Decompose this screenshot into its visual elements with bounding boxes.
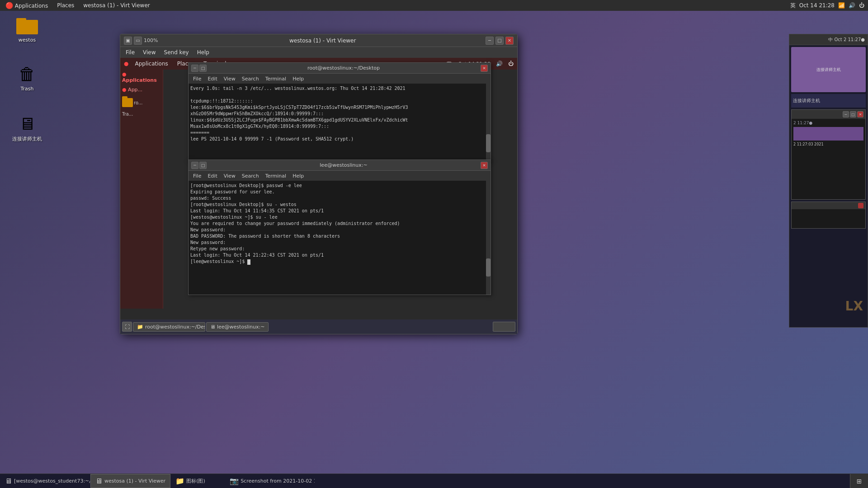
vm-trash-area: Tra...: [120, 110, 163, 118]
terminal-lee-controls-right: ✕: [481, 162, 488, 169]
close-button[interactable]: ✕: [505, 37, 514, 45]
term-line-1: Every 1.0s: tail -n 3 /etc/... westoslin…: [190, 85, 484, 92]
menu-help[interactable]: Help: [193, 48, 213, 56]
scrollbar-thumb-2: [486, 258, 491, 277]
right-nested-content: 2 11:27● 2 11:27:03 2021: [792, 119, 865, 148]
terminal-lee-minimize[interactable]: ─: [191, 162, 198, 169]
term2-menu-search[interactable]: Search: [239, 172, 262, 180]
icon-label-trash: Trash: [20, 86, 33, 92]
vm-task-lee-label: lee@westoslinux:~: [217, 324, 264, 330]
term2-line-2: Expiring password for user lee.: [190, 189, 484, 195]
right-nested-controls: ─ □ ✕: [792, 110, 865, 119]
vm-applications-menu[interactable]: Applications: [132, 60, 170, 68]
terminal-lee: ─ □ lee@westoslinux:~ ✕ File Edit View S…: [188, 160, 491, 295]
taskbar-icon-2: 🖥: [95, 477, 103, 485]
term-menu-terminal[interactable]: Terminal: [263, 75, 289, 83]
vm-apps-bullet2: ●: [122, 87, 127, 93]
term2-menu-file[interactable]: File: [190, 172, 204, 180]
terminal-lee-content[interactable]: [root@westoslinux Desktop]$ passwd -e le…: [189, 181, 491, 295]
nested-maximize[interactable]: □: [850, 111, 856, 117]
westos-watermark: LX: [845, 299, 863, 314]
term-menu-file[interactable]: File: [190, 75, 204, 83]
term2-menu-view[interactable]: View: [221, 172, 238, 180]
terminal-lee-close[interactable]: ✕: [481, 162, 488, 169]
taskbar-icon-3: 📁: [175, 477, 184, 485]
terminal-lee-maximize[interactable]: □: [199, 162, 207, 169]
taskbar-item-4[interactable]: 📷 Screenshot from 2021-10-02 11-2...: [225, 474, 315, 488]
menu-file[interactable]: File: [122, 48, 138, 56]
taskbar: 🖥 [westos@westos_student73:~/Des... 🖥 we…: [0, 474, 868, 488]
term-menu-search[interactable]: Search: [239, 75, 262, 83]
desktop-icon-connect[interactable]: 🖥 连接讲师主机: [9, 113, 45, 142]
menu-sendkey[interactable]: Send key: [160, 48, 193, 56]
right-panel-controls: 连接讲师主机: [791, 94, 866, 108]
menu-view[interactable]: View: [139, 48, 159, 56]
places-menu[interactable]: Places: [53, 1, 78, 9]
wifi-icon: 📶: [838, 2, 845, 9]
vm-task-root[interactable]: 📁 root@westoslinux:~/Desktop: [133, 322, 205, 332]
term2-line-1: [root@westoslinux Desktop]$ passwd -e le…: [190, 183, 484, 189]
taskbar-right-icon: ⊞: [857, 478, 862, 485]
terminal-root-close[interactable]: ✕: [481, 65, 488, 72]
term-line-lee1: lee:$6$brVpgsNk5453gKmi$kSprtJyoLSjCS7pT…: [190, 104, 484, 111]
right-panel-vm1: 连接讲师主机: [791, 47, 866, 92]
right-panel-time: 中 Oct 2 11:27●: [828, 37, 865, 43]
terminal-root-controls-right: ✕: [481, 65, 488, 72]
term2-menu-terminal[interactable]: Terminal: [263, 172, 289, 180]
term-menu-view[interactable]: View: [221, 75, 238, 83]
term-menu-help[interactable]: Help: [290, 75, 307, 83]
applications-menu[interactable]: 🔴 Applications: [2, 1, 52, 10]
vm-task-lee[interactable]: 🖥 lee@westoslinux:~: [206, 322, 269, 332]
term-menu-edit[interactable]: Edit: [205, 75, 220, 83]
terminal-root-maximize[interactable]: □: [199, 65, 207, 72]
term-line-lee2: xhGzD05Mr9dWppмrFk5hBmZXOkccQ/:18914:0:9…: [190, 111, 484, 117]
nested-minimize[interactable]: ─: [843, 111, 849, 117]
terminal-root-scrollbar[interactable]: [486, 84, 491, 161]
right-panel: 中 Oct 2 11:27● 连接讲师主机 连接讲师主机 ─ □ ✕ 2 11:…: [789, 34, 868, 328]
vm-apps-label[interactable]: ● Applications: [120, 70, 163, 85]
folder-icon: [16, 14, 38, 36]
taskbar-item-2[interactable]: 🖥 westosa (1) - Virt Viewer: [90, 474, 170, 488]
terminal-lee-scrollbar[interactable]: [486, 181, 491, 295]
term2-menu-edit[interactable]: Edit: [205, 172, 220, 180]
maximize-button[interactable]: □: [495, 37, 504, 45]
right-small-controls: [792, 202, 865, 209]
virt-viewer-controls-left: ▣ ▭: [124, 37, 142, 45]
virt-viewer-btn-square1[interactable]: ▣: [124, 37, 132, 45]
terminal-root-menubar: File Edit View Search Terminal Help: [189, 74, 491, 84]
taskbar-right-btn[interactable]: ⊞: [850, 474, 868, 488]
topbar-left: 🔴 Applications Places westosa (1) - Virt…: [0, 1, 154, 10]
virt-viewer-btn-square2[interactable]: ▭: [134, 37, 142, 45]
topbar-right: 英 Oct 14 21:28 📶 🔊 ⏻: [790, 2, 868, 9]
vm-inner-taskbar: ⛶ 📁 root@westoslinux:~/Desktop 🖥 lee@wes…: [120, 319, 517, 334]
cursor: [247, 259, 250, 265]
language-indicator: 英: [790, 2, 796, 9]
taskbar-icon-4: 📷: [230, 477, 239, 485]
right-time-2: 2 11:27:03 2021: [793, 142, 863, 146]
terminal-lee-title: lee@westoslinux:~: [207, 162, 481, 168]
virt-viewer-title: westosa (1) - Virt Viewer: [160, 38, 486, 44]
term-line-tcpdump: tcpdump:!!:18712:::::::: [190, 98, 484, 104]
right-panel-small: [791, 202, 866, 229]
term2-line-13: [lee@westoslinux ~]$: [190, 258, 484, 265]
taskbar-item-1[interactable]: 🖥 [westos@westos_student73:~/Des...: [0, 474, 90, 488]
vm-taskbar-expand[interactable]: ⛶: [122, 322, 132, 332]
vm-apps-submenu[interactable]: ● App...: [120, 85, 163, 94]
desktop-icon-trash[interactable]: 🗑 Trash: [9, 63, 45, 92]
power-icon[interactable]: ⏻: [859, 2, 864, 9]
vm-power-icon[interactable]: ⏻: [508, 61, 514, 67]
term2-menu-help[interactable]: Help: [290, 172, 307, 180]
taskbar-item-3[interactable]: 📁 图标(图): [170, 474, 225, 488]
terminal-root-content[interactable]: Every 1.0s: tail -n 3 /etc/... westoslin…: [189, 84, 491, 161]
desktop-icon-westos[interactable]: westos: [9, 14, 45, 43]
minimize-button[interactable]: ─: [486, 37, 494, 45]
vm-folder-tab: [122, 96, 127, 99]
right-panel-ctrl-label: 连接讲师主机: [793, 98, 820, 104]
term2-line-8: New password:: [190, 227, 484, 233]
term-line-linux1: linux:$6$dUz3USSj2LCJFugx$FAyBGPB1bbXmwA…: [190, 117, 484, 123]
terminal-root-minimize[interactable]: ─: [191, 65, 198, 72]
nested-close[interactable]: ✕: [857, 111, 863, 117]
virt-viewer-window: ▣ ▭ 100% westosa (1) - Virt Viewer ─ □ ✕…: [120, 34, 518, 334]
vm-content-area: ● Applications Places Terminal 英 Oct 14 …: [120, 58, 517, 334]
small-close[interactable]: [858, 203, 863, 208]
